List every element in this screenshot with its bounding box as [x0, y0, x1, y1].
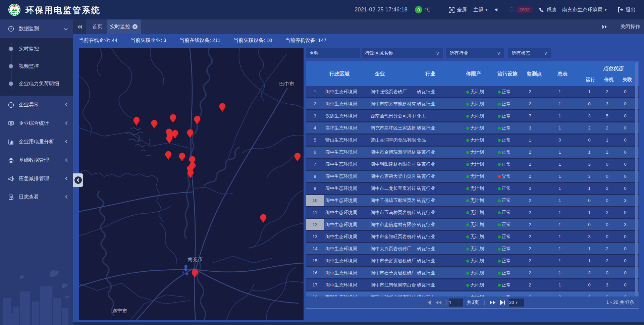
top-bar: 环保用电监管系统 2021-02-25 17:46:18 0 ℃ 全屏 主题▼ … [0, 0, 644, 19]
map-pin[interactable] [178, 152, 186, 162]
org-dropdown[interactable]: 南充市生态环境局▼ [562, 7, 607, 13]
table-row-10[interactable]: 10阆中生态环境局阆中千佛镇五郎垭页岩砖瓦行业无计划正常21003 [306, 195, 639, 207]
first-page-button[interactable] [426, 296, 432, 309]
sidebar-item-7[interactable]: 日志查看 [0, 188, 73, 206]
cell-region: 营山生态环境局 [325, 134, 357, 146]
table-row-12[interactable]: 12阆中生态环境局阆中市忠信建材有限公砖瓦行业无计划正常21003 [306, 219, 639, 231]
table-row-4[interactable]: 4高坪生态环境局南充市高坪区王家店建砖瓦行业无计划正常31220 [306, 122, 639, 134]
pagination-bar: | 1 共3页 | 20∨ 1 - 20 共47条 [306, 296, 639, 309]
sidebar-collapse-button[interactable] [73, 173, 83, 187]
tab-home[interactable]: 首页 [88, 19, 107, 34]
name-search-input[interactable]: 名称 [306, 48, 360, 58]
cell-company: 阆中市石子页岩机砖厂 [371, 267, 416, 278]
status-dot-icon [498, 175, 501, 178]
close-operations-button[interactable]: 关闭操作 [620, 23, 640, 30]
sidebar-item-4[interactable]: 企业用电量分析 [0, 132, 73, 151]
cell-points: 2 [529, 219, 531, 230]
cell-industry: 砖瓦行业 [417, 183, 435, 194]
sidebar-subitem-企业电力负荷明细[interactable]: 企业电力负荷明细 [0, 75, 73, 92]
industry-select[interactable]: 所有行业∨ [446, 48, 504, 58]
cell-run: 0 [588, 291, 591, 296]
map-pin[interactable] [194, 115, 201, 125]
theme-dropdown[interactable]: 主题▼ [473, 7, 488, 13]
table-row-1[interactable]: 1阆中生态环境局阆中强锐页岩砖厂砖瓦行业无计划正常21120 [306, 86, 639, 98]
sidebar-item-2[interactable]: 企业异常 [0, 96, 73, 114]
map-pin[interactable] [151, 119, 158, 129]
sidebar-subitem-实时监控[interactable]: 实时监控 [0, 40, 73, 57]
cell-run: 1 [588, 207, 591, 218]
table-scrollbar[interactable] [635, 62, 638, 308]
last-page-button[interactable] [500, 296, 505, 309]
prev-page-button[interactable] [435, 296, 442, 309]
alert-icon [8, 102, 14, 108]
cell-industry: 化工 [417, 110, 426, 121]
cell-run: 3 [588, 110, 591, 121]
app-logo [8, 3, 21, 16]
page-size-select[interactable]: 20∨ [509, 299, 524, 307]
table-row-17[interactable]: 17阆中生态环境局阆中市江南镇阆南页岩砖瓦行业无计划正常21030 [306, 279, 639, 291]
status-dot-icon [466, 284, 469, 287]
cell-lost: 0 [624, 255, 627, 266]
sound-mute-icon[interactable] [495, 7, 499, 12]
sidebar-item-3[interactable]: 企业综合统计 [0, 114, 73, 132]
double-chevron-right-icon[interactable] [601, 24, 607, 30]
page-number-input[interactable]: 1 [449, 299, 463, 307]
cell-halt: 6 [606, 291, 608, 296]
status-select[interactable]: 所有状态∨ [508, 48, 551, 58]
cell-meter: 2 [558, 291, 561, 296]
map-pin[interactable] [260, 214, 267, 224]
map-pin[interactable] [133, 116, 140, 126]
table-row-11[interactable]: 11阆中生态环境局阆中市五马桥页岩机砖砖瓦行业无计划正常21120 [306, 207, 639, 219]
cell-company: 南充市高坪区王家店建 [371, 122, 416, 133]
table-row-5[interactable]: 5营山生态环境局营山县润丰肉食品有限食品无计划正常10010 [306, 134, 639, 147]
table-row-15[interactable]: 15阆中生态环境局阆中市光富页岩机砖厂砖瓦行业无计划正常21120 [306, 255, 639, 267]
cell-meter: 1 [558, 98, 561, 109]
logout-button[interactable]: 退出 [618, 7, 636, 13]
cell-company: 阆中市光富页岩机砖厂 [371, 255, 416, 266]
notification-bell-icon[interactable] [509, 7, 514, 12]
table-row-16[interactable]: 16阆中生态环境局阆中市石子页岩机砖厂砖瓦行业无计划正常21300 [306, 267, 639, 279]
table-row-6[interactable]: 6阆中生态环境局阆中市金博瑞新型墙材砖瓦行业无计划正常21120 [306, 147, 639, 159]
map-pin[interactable] [186, 129, 194, 139]
sidebar-item-1[interactable]: 数据监测 [0, 19, 73, 38]
table-row-13[interactable]: 13阆中生态环境局阆中市金福旺页岩机砖砖瓦行业无计划正常21300 [306, 231, 639, 243]
table-row-18[interactable]: 18南部生态环境局南部县砂华山河有限公建材加工无计划正常62060 [306, 291, 639, 296]
tabs-scroll-left-button[interactable] [73, 19, 86, 34]
cell-halt: 0 [606, 219, 608, 230]
sidebar-item-6[interactable]: 应急减排管理 [0, 169, 73, 188]
tab-realtime-monitor[interactable]: 实时监控 ✕ [107, 19, 141, 34]
cell-lost: 0 [624, 110, 627, 121]
next-page-button[interactable] [489, 296, 496, 309]
status-dot-icon [466, 248, 469, 251]
range-label: 1 - 20 共47条 [606, 296, 634, 309]
map-pin[interactable] [191, 269, 199, 279]
table-row-7[interactable]: 7阆中生态环境局阆中明阳建材有限公司砖瓦行业无计划正常21300 [306, 159, 639, 171]
sidebar-item-5[interactable]: 基础数据管理 [0, 151, 73, 169]
map-pin[interactable] [166, 134, 173, 145]
map-panel[interactable]: 巴中市南充市遂宁市 [79, 48, 304, 320]
table-row-3[interactable]: 3仪陇生态环境局西南油气田分公司川中化工无计划正常71350 [306, 110, 639, 122]
sidebar-subitem-视频监控[interactable]: 视频监控 [0, 57, 73, 75]
table-row-9[interactable]: 9阆中生态环境局阆中市二龙长宝页岩砖砖瓦行业无计划正常21120 [306, 183, 639, 195]
cell-company: 南部县砂华山河有限公 [371, 291, 416, 296]
map-pin[interactable] [294, 152, 301, 162]
tab-close-icon[interactable]: ✕ [132, 24, 138, 29]
help-button[interactable]: 帮助 [539, 7, 556, 13]
fullscreen-button[interactable]: 全屏 [449, 7, 467, 13]
table-row-14[interactable]: 14阆中生态环境局阆中大兴页岩机砖厂砖瓦行业无计划正常21120 [306, 243, 639, 255]
status-dot-icon [498, 272, 501, 275]
notification-count-badge[interactable]: 2632 [516, 6, 533, 13]
log-icon [8, 194, 14, 200]
table-row-8[interactable]: 8阆中生态环境局阆中市枣碧大梁山页岩砖瓦行业无计划异常21300 [306, 171, 639, 183]
cell-lost: 3 [624, 219, 627, 230]
col-industry: 行业 [425, 71, 435, 77]
table-row-2[interactable]: 2阆中生态环境局阆中市南方节能建材有砖瓦行业无计划正常21030 [306, 98, 639, 110]
map-pin[interactable] [165, 151, 172, 161]
region-select[interactable]: 行政区域名称∨ [362, 48, 443, 58]
map-pin[interactable] [219, 103, 226, 113]
cell-meter: 0 [558, 134, 561, 146]
cell-index: 18 [306, 291, 324, 296]
cell-points: 1 [529, 134, 531, 146]
map-pin[interactable] [169, 114, 177, 124]
map-pin[interactable] [187, 169, 194, 179]
